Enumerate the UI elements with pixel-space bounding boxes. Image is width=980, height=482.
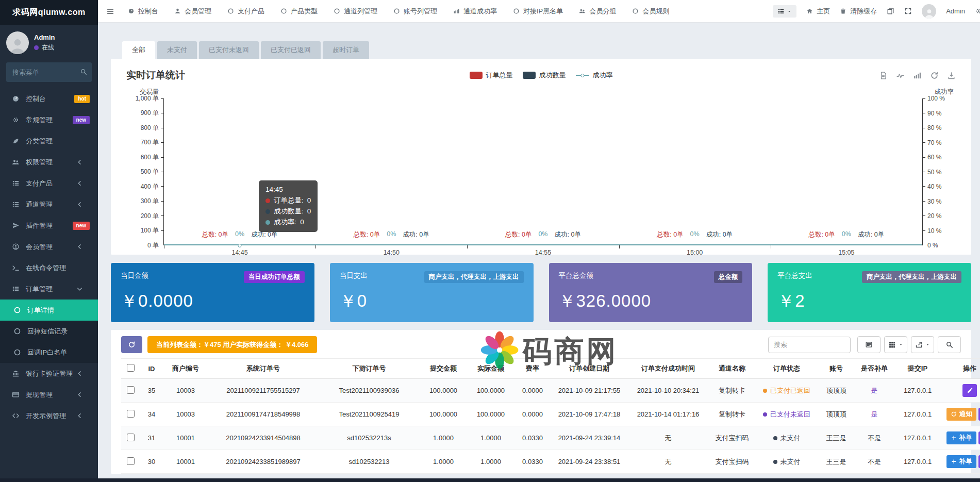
column-header-1[interactable]: 商户编号 bbox=[163, 359, 208, 379]
row-checkbox[interactable] bbox=[127, 386, 135, 394]
restore-icon[interactable] bbox=[930, 71, 939, 80]
data-view-icon[interactable] bbox=[879, 71, 888, 80]
sidebar-item-3[interactable]: 权限管理 bbox=[0, 152, 98, 173]
sidebar-item-8[interactable]: 在线命令管理 bbox=[0, 257, 98, 278]
topnav-item-7[interactable]: 对接IP黑名单 bbox=[513, 7, 563, 16]
circle-icon bbox=[513, 8, 520, 14]
topnav-item-0[interactable]: 控制台 bbox=[128, 7, 158, 16]
username-label[interactable]: Admin bbox=[946, 7, 965, 15]
sidebar-item-1[interactable]: 常规管理new bbox=[0, 109, 98, 130]
cell-actual: 1.0000 bbox=[467, 450, 514, 474]
topnav-item-5[interactable]: 账号列管理 bbox=[393, 7, 437, 16]
circle-icon bbox=[334, 8, 340, 14]
refresh-button[interactable] bbox=[121, 336, 142, 353]
column-header-2[interactable]: 系统订单号 bbox=[208, 359, 319, 379]
column-header-9[interactable]: 通道名称 bbox=[708, 359, 756, 379]
sidebar-item-0[interactable]: 控制台hot bbox=[0, 88, 98, 109]
repair-button[interactable]: 补单 bbox=[946, 431, 976, 444]
topnav-item-3[interactable]: 产品类型 bbox=[280, 7, 318, 16]
topnav: 控制台会员管理支付产品产品类型通道列管理账号列管理通道成功率对接IP黑名单会员分… bbox=[98, 0, 980, 23]
tooltip-series-dot bbox=[265, 198, 270, 203]
cell-fee: 0.0000 bbox=[514, 379, 551, 403]
tab-3[interactable]: 已支付已返回 bbox=[261, 41, 321, 59]
tab-2[interactable]: 已支付未返回 bbox=[199, 41, 259, 59]
detail-view-button[interactable] bbox=[857, 336, 881, 353]
row-checkbox[interactable] bbox=[127, 457, 135, 465]
tab-4[interactable]: 超时订单 bbox=[323, 41, 369, 59]
column-header-4[interactable]: 提交金额 bbox=[420, 359, 467, 379]
sidebar-item-5[interactable]: 通道管理 bbox=[0, 194, 98, 215]
sidebar-item-7[interactable]: 会员管理 bbox=[0, 236, 98, 257]
topnav-item-6[interactable]: 通道成功率 bbox=[453, 7, 497, 16]
legend-label: 订单总量 bbox=[486, 71, 513, 80]
chevron-left-icon bbox=[75, 243, 84, 251]
select-all-checkbox[interactable] bbox=[127, 364, 135, 372]
tab-1[interactable]: 未支付 bbox=[157, 41, 197, 59]
topnav-item-4[interactable]: 通道列管理 bbox=[334, 7, 377, 16]
column-header-6[interactable]: 费率 bbox=[514, 359, 551, 379]
column-header-12[interactable]: 是否补单 bbox=[855, 359, 894, 379]
bar-chart-icon[interactable] bbox=[913, 71, 922, 80]
chart-plot-area: 总数: 0单0%成功: 0单总数: 0单0%成功: 0单总数: 0单0%成功: … bbox=[163, 98, 923, 245]
topnav-item-label: 账号列管理 bbox=[404, 7, 437, 16]
save-image-icon[interactable] bbox=[947, 71, 956, 80]
sidebar-item-15[interactable]: 开发示例管理 bbox=[0, 405, 98, 426]
topnav-item-1[interactable]: 会员管理 bbox=[174, 7, 211, 16]
sidebar-item-6[interactable]: 插件管理new bbox=[0, 215, 98, 236]
topnav-item-label: 控制台 bbox=[138, 7, 158, 16]
legend-item-1[interactable]: 成功数量 bbox=[523, 71, 566, 80]
point-rate-label: 0% bbox=[538, 230, 547, 239]
topnav-item-2[interactable]: 支付产品 bbox=[227, 7, 264, 16]
line-chart-icon[interactable] bbox=[896, 71, 905, 80]
sidebar-search bbox=[6, 62, 92, 82]
sidebar-search-input[interactable] bbox=[6, 62, 92, 82]
table-row: 311000120210924233914504898sd102532213s1… bbox=[121, 426, 980, 450]
export-button[interactable] bbox=[911, 336, 934, 353]
sidebar-item-10[interactable]: 订单详情 bbox=[0, 300, 98, 321]
column-header-11[interactable]: 账号 bbox=[818, 359, 855, 379]
sidebar-item-12[interactable]: 回调IP白名单 bbox=[0, 342, 98, 363]
stat-card-badge: 当日成功订单总额 bbox=[244, 271, 305, 283]
fullscreen-icon[interactable] bbox=[904, 7, 912, 15]
topnav-item-8[interactable]: 会员分组 bbox=[579, 7, 616, 16]
clear-cache-link[interactable]: 清除缓存 bbox=[840, 7, 877, 16]
x-axis-label: 14:55 bbox=[467, 249, 619, 256]
point-label-group: 总数: 0单0%成功: 0单 bbox=[771, 230, 922, 239]
column-header-14[interactable]: 操作 bbox=[941, 359, 980, 379]
sidebar-item-4[interactable]: 支付产品 bbox=[0, 173, 98, 194]
sidebar-item-13[interactable]: 银行卡验证管理 bbox=[0, 363, 98, 384]
cell-down_no: Test2021100925419 bbox=[319, 403, 420, 426]
table-search-input[interactable] bbox=[768, 337, 851, 353]
notify-button[interactable]: 通知 bbox=[946, 408, 976, 421]
column-header-5[interactable]: 实际金额 bbox=[467, 359, 514, 379]
sidebar-item-14[interactable]: 提现管理 bbox=[0, 384, 98, 405]
column-header-10[interactable]: 订单状态 bbox=[756, 359, 818, 379]
cell-actual: 100.0000 bbox=[467, 379, 514, 403]
sidebar-item-2[interactable]: 分类管理 bbox=[0, 130, 98, 152]
column-header-7[interactable]: 订单创建日期 bbox=[551, 359, 628, 379]
docs-icon[interactable] bbox=[887, 7, 894, 15]
table-search-button[interactable] bbox=[938, 336, 961, 353]
legend-item-2[interactable]: 成功率 bbox=[576, 71, 613, 80]
row-checkbox[interactable] bbox=[127, 434, 135, 441]
repair-button[interactable]: 补单 bbox=[946, 455, 976, 468]
gear-icon[interactable] bbox=[975, 7, 980, 15]
column-header-13[interactable]: 提交IP bbox=[894, 359, 941, 379]
layout-dropdown-button[interactable] bbox=[773, 5, 796, 18]
legend-item-0[interactable]: 订单总量 bbox=[470, 71, 513, 80]
edit-button[interactable] bbox=[962, 384, 977, 397]
cell-actual: 1.0000 bbox=[467, 426, 514, 450]
topnav-item-9[interactable]: 会员规则 bbox=[632, 7, 669, 16]
column-header-8[interactable]: 订单支付成功时间 bbox=[628, 359, 708, 379]
tab-0[interactable]: 全部 bbox=[122, 41, 155, 59]
column-header-3[interactable]: 下游订单号 bbox=[319, 359, 420, 379]
columns-button[interactable] bbox=[884, 336, 907, 353]
menu-toggle-icon[interactable] bbox=[106, 7, 114, 15]
home-link[interactable]: 主页 bbox=[806, 7, 830, 16]
row-checkbox[interactable] bbox=[127, 410, 135, 418]
sidebar-item-11[interactable]: 回掉短信记录 bbox=[0, 321, 98, 342]
avatar[interactable] bbox=[922, 4, 936, 19]
column-header-0[interactable]: ID bbox=[140, 359, 163, 379]
sidebar-item-9[interactable]: 订单管理 bbox=[0, 278, 98, 300]
list-icon bbox=[777, 8, 785, 15]
